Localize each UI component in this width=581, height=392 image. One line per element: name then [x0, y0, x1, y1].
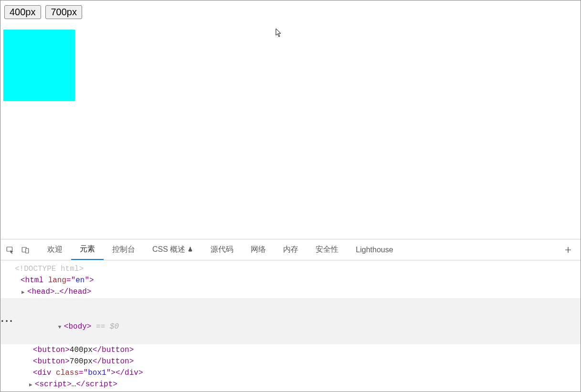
tab-sources[interactable]: 源代码: [202, 239, 242, 260]
tok: script: [40, 380, 67, 389]
tok: ": [106, 369, 111, 377]
box1-element: [3, 30, 75, 101]
dom-button2-row[interactable]: <button>700px</button>: [0, 356, 581, 367]
tok: >: [67, 380, 72, 389]
dom-script-row[interactable]: ▶<script>…</script>: [0, 379, 581, 391]
tok: ": [85, 276, 89, 285]
tok: lang: [48, 276, 66, 285]
dom-head-row[interactable]: ▶<head>…</head>: [0, 286, 581, 298]
size-700-button[interactable]: 700px: [45, 5, 82, 19]
tab-network[interactable]: 网络: [242, 239, 275, 260]
tok: </: [116, 369, 125, 377]
tok: script: [85, 380, 113, 389]
elements-dom-tree[interactable]: <!DOCTYPE html> <html lang="en"> ▶<head>…: [0, 260, 581, 392]
tok: </: [93, 346, 102, 354]
tok: html: [25, 276, 43, 285]
tab-security[interactable]: 安全性: [307, 239, 347, 260]
tok: >: [87, 288, 92, 296]
tok: >: [129, 346, 134, 354]
tab-console[interactable]: 控制台: [104, 239, 144, 260]
tok: >: [65, 357, 70, 366]
tok: =": [79, 369, 88, 377]
tok: >: [65, 346, 70, 354]
dom-body-open-row[interactable]: ••• ▼<body> == $0: [0, 298, 581, 344]
tok: <: [33, 369, 38, 377]
tok: head: [68, 288, 86, 296]
tok: html: [61, 265, 79, 273]
flask-icon: [187, 246, 193, 254]
dom-button1-row[interactable]: <button>400px</button>: [0, 344, 581, 356]
tok: …: [55, 288, 60, 296]
tok: </: [76, 380, 85, 389]
svg-rect-2: [26, 248, 29, 253]
tok: <: [27, 288, 32, 296]
tok: en: [75, 276, 85, 285]
tok: head: [32, 288, 50, 296]
tab-welcome[interactable]: 欢迎: [39, 239, 71, 260]
tok: >: [129, 357, 134, 366]
tok: >: [87, 322, 92, 331]
tab-lighthouse[interactable]: Lighthouse: [347, 239, 401, 260]
tok: >: [138, 369, 143, 377]
expand-caret-icon[interactable]: ▶: [21, 287, 27, 298]
tok: [51, 369, 56, 377]
tok: DOCTYPE: [24, 265, 61, 273]
inspect-element-icon[interactable]: [3, 243, 17, 257]
svg-rect-0: [7, 247, 12, 251]
tab-css-overview-label: CSS 概述: [152, 245, 185, 255]
tok: …: [72, 380, 76, 389]
tok: div: [125, 369, 138, 377]
expand-caret-icon[interactable]: ▶: [29, 379, 35, 391]
device-toolbar-icon[interactable]: [19, 243, 32, 257]
tab-css-overview[interactable]: CSS 概述: [144, 239, 202, 260]
app-viewport: 400px 700px 欢迎 元素: [0, 0, 581, 392]
tok: 400px: [70, 346, 93, 354]
tok: </: [93, 357, 102, 366]
tok: =": [66, 276, 75, 285]
tok: button: [38, 357, 65, 366]
tok: >: [111, 369, 116, 377]
devtools-panel: 欢迎 元素 控制台 CSS 概述 源代码 网络 内存 安全性 Lighthous…: [0, 239, 581, 392]
tok: >: [113, 380, 117, 389]
tok: button: [38, 346, 65, 354]
tok: button: [102, 357, 129, 366]
size-400-button[interactable]: 400px: [4, 5, 41, 19]
dom-html-open-row[interactable]: <html lang="en">: [0, 275, 581, 286]
tok: >: [79, 265, 84, 273]
tok: >: [50, 288, 55, 296]
tok: 700px: [70, 357, 93, 366]
tok: button: [102, 346, 129, 354]
tok: [43, 276, 48, 285]
tok: <!: [15, 265, 24, 273]
tok: body: [68, 322, 86, 331]
tab-memory[interactable]: 内存: [275, 239, 307, 260]
tok: </: [59, 288, 68, 296]
dom-div-box1-row[interactable]: <div class="box1"></div>: [0, 367, 581, 379]
tab-elements[interactable]: 元素: [71, 239, 104, 260]
devtools-tabs: 欢迎 元素 控制台 CSS 概述 源代码 网络 内存 安全性 Lighthous…: [39, 239, 557, 260]
page-content: 400px 700px: [0, 0, 581, 239]
selection-dots-icon[interactable]: •••: [0, 298, 14, 344]
tok: <: [64, 322, 69, 331]
tok: <: [33, 346, 38, 354]
tok: box1: [88, 369, 106, 377]
dom-doctype-row[interactable]: <!DOCTYPE html>: [0, 263, 581, 275]
tok: div: [38, 369, 52, 377]
tok: <: [35, 380, 40, 389]
collapse-caret-icon[interactable]: ▼: [58, 321, 64, 333]
tok: >: [89, 276, 94, 285]
selected-annotation: == $0: [91, 322, 119, 331]
tok: class: [56, 369, 79, 377]
tok: <: [33, 357, 38, 366]
devtools-toolbar: 欢迎 元素 控制台 CSS 概述 源代码 网络 内存 安全性 Lighthous…: [0, 239, 581, 260]
tok: <: [21, 276, 25, 285]
add-tab-button[interactable]: [559, 246, 578, 254]
